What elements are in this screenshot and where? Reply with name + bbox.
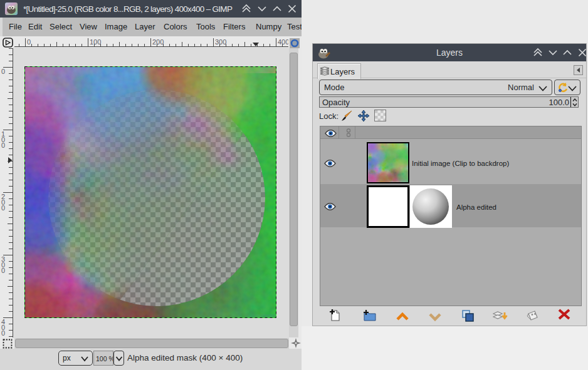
- svg-text:0: 0: [27, 38, 31, 46]
- svg-text:300: 300: [215, 38, 226, 46]
- svg-text:0: 0: [1, 204, 5, 212]
- svg-text:100: 100: [90, 38, 101, 46]
- svg-text:0: 0: [1, 68, 5, 75]
- svg-text:0: 0: [1, 267, 5, 274]
- svg-text:0: 0: [1, 141, 5, 149]
- svg-text:200: 200: [152, 38, 164, 46]
- svg-text:0: 0: [1, 329, 5, 337]
- svg-text:400: 400: [278, 38, 288, 46]
